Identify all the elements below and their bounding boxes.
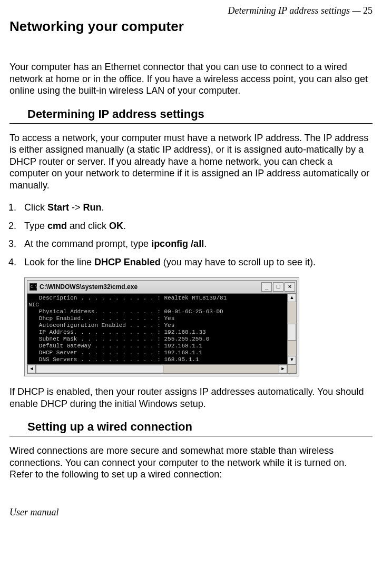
step-bold: Start [47,202,69,213]
step-text: and click [67,221,109,231]
step-text: . [204,238,207,249]
step-3: At the command prompt, type ipconfig /al… [19,238,373,250]
step-1: Click Start -> Run. [19,202,373,214]
step-bold: cmd [47,221,67,231]
section-rule [9,123,373,124]
section1-after-paragraph: If DHCP is enabled, then your router ass… [9,386,373,410]
hscroll-track[interactable] [36,365,279,373]
maximize-button[interactable]: □ [273,282,283,292]
cmd-output: Description . . . . . . . . . . . : Real… [27,294,287,364]
running-header: Determining IP address settings — 25 [9,5,373,16]
step-text: . [102,202,104,213]
hscroll-thumb[interactable] [36,365,163,373]
close-button[interactable]: × [285,282,295,292]
page-title: Networking your computer [9,18,373,35]
vertical-scrollbar[interactable]: ▲ ▼ [287,294,296,364]
cmd-title-text: C:\WINDOWS\system32\cmd.exe [40,283,260,291]
scroll-corner [287,365,296,373]
step-bold: Run [83,202,102,213]
cmd-icon [30,283,37,291]
steps-list: Click Start -> Run. Type cmd and click O… [9,202,373,268]
step-2: Type cmd and click OK. [19,220,373,232]
horizontal-scrollbar[interactable]: ◄ ► [27,364,296,373]
step-bold: ipconfig /all [151,238,204,249]
section-heading-wired: Setting up a wired connection [27,420,373,435]
cmd-screenshot: C:\WINDOWS\system32\cmd.exe _ □ × Descri… [24,277,299,376]
step-text: At the command prompt, type [24,238,151,249]
scroll-right-icon[interactable]: ► [279,365,287,373]
step-4: Look for the line DHCP Enabled (you may … [19,256,373,268]
section-rule-2 [9,436,373,436]
vscroll-thumb[interactable] [288,324,296,341]
step-text: -> [69,202,83,213]
scroll-up-icon[interactable]: ▲ [288,294,296,302]
section1-paragraph: To access a network, your computer must … [9,132,373,192]
section2-paragraph: Wired connections are more secure and so… [9,445,373,481]
step-text: Look for the line [24,257,94,267]
scroll-left-icon[interactable]: ◄ [27,365,36,373]
page-number: 25 [363,5,373,16]
cmd-titlebar: C:\WINDOWS\system32\cmd.exe _ □ × [27,281,296,294]
minimize-button[interactable]: _ [261,282,272,292]
step-text: (you may have to scroll up to see it). [161,257,316,267]
page-container: Determining IP address settings — 25 Net… [0,0,382,534]
step-bold: OK [109,221,123,231]
cmd-client-area: Description . . . . . . . . . . . : Real… [27,294,296,364]
step-text: Type [24,221,47,231]
step-text: . [123,221,126,231]
footer-text: User manual [9,507,373,518]
section-heading-ip: Determining IP address settings [27,107,373,122]
cmd-window: C:\WINDOWS\system32\cmd.exe _ □ × Descri… [27,280,297,374]
running-header-text: Determining IP address settings — [228,5,364,16]
step-bold: DHCP Enabled [94,257,161,267]
intro-paragraph: Your computer has an Ethernet connector … [9,61,373,97]
step-text: Click [24,202,47,213]
vscroll-track[interactable] [288,302,296,356]
scroll-down-icon[interactable]: ▼ [288,356,296,364]
